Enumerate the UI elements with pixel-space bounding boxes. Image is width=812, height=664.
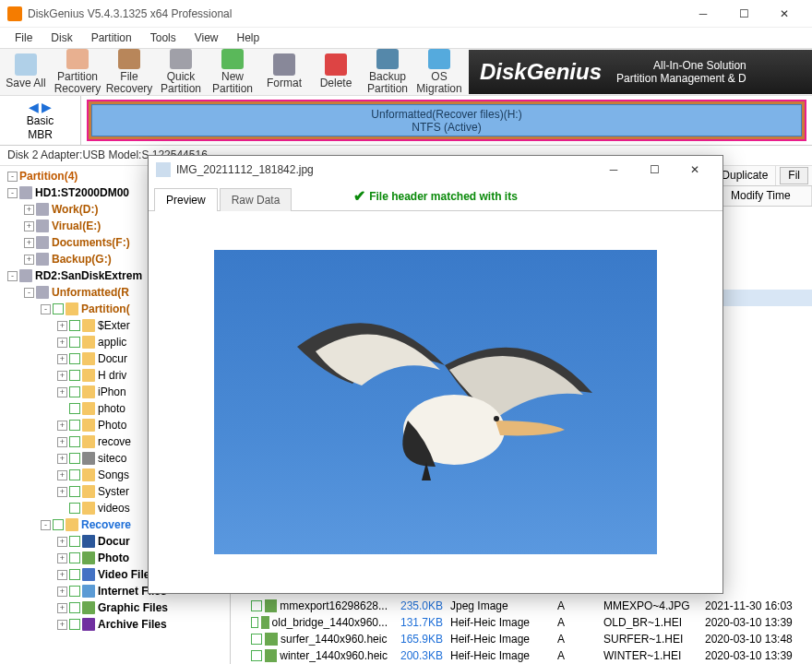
filter-button[interactable]: Fil — [780, 167, 808, 184]
nav-arrows[interactable]: ◀ ▶ — [29, 100, 53, 114]
tool-icon — [376, 49, 399, 69]
checkbox[interactable] — [53, 519, 64, 530]
expand-icon[interactable]: - — [7, 172, 18, 182]
expand-icon[interactable]: + — [24, 221, 34, 231]
tree-label: Docur — [98, 535, 130, 548]
menu-help[interactable]: Help — [228, 30, 269, 46]
checkbox[interactable] — [69, 586, 80, 597]
menu-tools[interactable]: Tools — [141, 30, 185, 46]
tree-item[interactable]: +Graphic Files — [0, 599, 230, 616]
file-row[interactable]: old_bridge_1440x960...131.7KBHeif-Heic I… — [231, 614, 812, 631]
maximize-button[interactable]: ☐ — [723, 1, 764, 27]
tree-label: Work(D:) — [52, 203, 98, 216]
checkbox[interactable] — [69, 619, 80, 630]
expand-icon[interactable]: + — [57, 354, 67, 364]
menu-disk[interactable]: Disk — [42, 30, 81, 46]
tool-icon — [118, 49, 140, 69]
expand-icon[interactable]: + — [57, 454, 67, 464]
expand-icon[interactable]: - — [24, 288, 34, 298]
checkbox[interactable] — [69, 569, 80, 580]
tool-save-all[interactable]: Save All — [0, 49, 52, 95]
menu-partition[interactable]: Partition — [82, 30, 141, 46]
checkbox[interactable] — [251, 617, 258, 628]
expand-icon[interactable]: + — [57, 470, 67, 480]
file-row[interactable]: winter_1440x960.heic200.3KBHeif-Heic Ima… — [231, 647, 812, 664]
banner: DiskGenius All-In-One Solution Partition… — [469, 50, 812, 94]
expand-icon[interactable]: - — [41, 304, 51, 314]
partition-strip[interactable]: Unformatted(Recover files)(H:) NTFS (Act… — [87, 100, 806, 141]
checkbox[interactable] — [69, 386, 80, 397]
tool-os-migration[interactable]: OS Migration — [413, 49, 465, 95]
tool-partition-recovery[interactable]: Partition Recovery — [52, 49, 103, 95]
tool-file-recovery[interactable]: File Recovery — [103, 49, 155, 95]
cell-name: surfer_1440x960.heic — [281, 633, 387, 646]
expand-icon[interactable]: - — [41, 520, 51, 530]
expand-icon[interactable]: + — [57, 553, 67, 563]
tab-preview[interactable]: Preview — [154, 188, 218, 211]
tool-backup-partition[interactable]: Backup Partition — [362, 49, 413, 95]
expand-icon[interactable]: + — [57, 620, 67, 630]
partition-scheme-label: BasicMBR — [27, 114, 54, 141]
checkbox[interactable] — [69, 453, 80, 464]
minimize-button[interactable]: ─ — [683, 1, 723, 27]
tab-raw-data[interactable]: Raw Data — [220, 188, 293, 211]
checkbox[interactable] — [251, 634, 262, 645]
checkbox[interactable] — [53, 303, 64, 314]
expand-icon[interactable]: + — [57, 537, 67, 547]
checkbox[interactable] — [69, 420, 80, 431]
tool-new-partition[interactable]: New Partition — [207, 49, 258, 95]
expand-icon[interactable]: + — [57, 421, 67, 431]
expand-icon[interactable]: + — [57, 371, 67, 381]
banner-title: DiskGenius — [480, 59, 602, 85]
checkbox[interactable] — [69, 353, 80, 364]
expand-icon[interactable]: + — [57, 603, 67, 613]
cell-mtime: 2021-11-30 16:03 — [705, 599, 812, 612]
menu-file[interactable]: File — [6, 30, 42, 46]
tree-label: Graphic Files — [98, 601, 168, 614]
checkbox[interactable] — [69, 320, 80, 331]
expand-icon[interactable]: + — [24, 238, 34, 248]
expand-icon[interactable]: + — [57, 321, 67, 331]
checkbox[interactable] — [69, 536, 80, 547]
preview-close-button[interactable]: ✕ — [675, 157, 715, 183]
tool-format[interactable]: Format — [258, 49, 310, 95]
checkbox[interactable] — [69, 337, 80, 348]
checkbox[interactable] — [69, 403, 80, 414]
checkbox[interactable] — [69, 602, 80, 613]
expand-icon[interactable]: + — [57, 587, 67, 597]
checkbox[interactable] — [69, 503, 80, 514]
expand-icon[interactable]: + — [57, 437, 67, 447]
checkbox[interactable] — [69, 469, 80, 480]
expand-icon[interactable]: + — [24, 255, 34, 265]
expand-icon[interactable]: - — [7, 271, 18, 281]
expand-icon[interactable]: + — [57, 338, 67, 348]
banner-sub: All-In-One Solution Partition Management… — [616, 59, 746, 86]
tree-label: Syster — [98, 485, 129, 498]
folder-icon — [82, 618, 95, 631]
expand-icon[interactable]: + — [57, 570, 67, 580]
checkbox[interactable] — [69, 486, 80, 497]
close-button[interactable]: ✕ — [764, 1, 805, 27]
preview-minimize-button[interactable]: ─ — [593, 157, 634, 183]
expand-icon[interactable]: + — [57, 387, 67, 397]
tree-item[interactable]: +Archive Files — [0, 616, 230, 633]
file-icon — [265, 633, 278, 646]
expand-icon[interactable]: - — [7, 188, 18, 198]
checkbox[interactable] — [69, 552, 80, 563]
checkbox[interactable] — [69, 436, 80, 447]
tool-quick-partition[interactable]: Quick Partition — [155, 49, 207, 95]
menu-view[interactable]: View — [185, 30, 228, 46]
tool-delete[interactable]: Delete — [310, 49, 362, 95]
preview-maximize-button[interactable]: ☐ — [634, 157, 675, 183]
checkbox[interactable] — [251, 600, 262, 611]
checkbox[interactable] — [69, 370, 80, 381]
expand-icon[interactable]: + — [24, 205, 34, 215]
col-modify-time[interactable]: Modify Time — [723, 186, 812, 206]
checkbox[interactable] — [251, 650, 262, 661]
file-icon — [265, 649, 278, 662]
expand-icon[interactable]: + — [57, 487, 67, 497]
file-row[interactable]: mmexport16298628...235.0KBJpeg ImageAMME… — [231, 598, 812, 614]
cell-short: MMEXPO~4.JPG — [603, 599, 705, 612]
file-row[interactable]: surfer_1440x960.heic165.9KBHeif-Heic Ima… — [231, 631, 812, 647]
tree-label: recove — [98, 435, 131, 448]
